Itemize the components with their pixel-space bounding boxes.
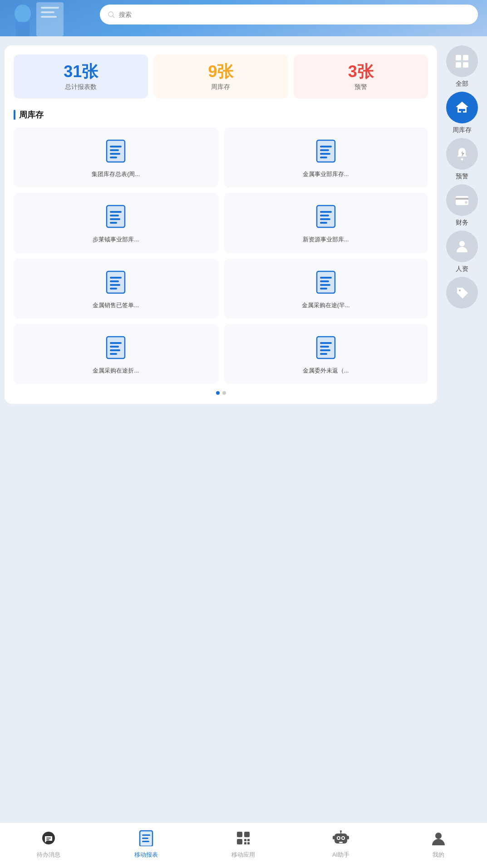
svg-rect-36 [110,284,120,286]
search-icon [107,10,115,19]
svg-rect-18 [320,153,330,155]
svg-rect-70 [46,839,49,840]
svg-rect-63 [456,196,468,205]
svg-rect-42 [320,284,330,286]
svg-rect-2 [41,11,54,13]
svg-rect-74 [142,838,148,839]
stat-number-weekly: 9张 [159,62,282,81]
svg-rect-58 [456,62,461,68]
bottom-nav: 待办消息 移动报表 移动应用 [0,823,487,868]
svg-rect-28 [320,211,332,213]
svg-rect-1 [41,7,59,9]
svg-rect-75 [142,841,149,842]
report-icon-6 [103,335,128,360]
svg-rect-64 [456,198,468,200]
svg-rect-13 [110,157,117,158]
report-card-7[interactable]: 金属委外未返（... [224,324,428,384]
svg-point-86 [338,837,339,839]
sidebar-icon-tag [446,277,478,309]
svg-rect-52 [320,342,332,344]
nav-item-apps[interactable]: 移动应用 [195,828,292,859]
stat-card-alert[interactable]: 3张 预警 [294,54,428,98]
report-icon-5 [313,270,339,295]
report-name-5: 金属采购在途(羋... [302,301,350,309]
report-card-2[interactable]: 步莱钺事业部库... [14,193,218,253]
sidebar-item-hr[interactable]: 人资 [446,230,478,273]
svg-rect-47 [110,346,119,348]
stat-number-total: 31张 [19,62,143,81]
svg-rect-76 [237,832,242,837]
svg-rect-17 [320,149,329,151]
report-icon-2 [103,204,128,229]
report-card-6[interactable]: 金属采购在途折... [14,324,218,384]
svg-point-65 [465,201,467,204]
svg-rect-40 [320,277,332,279]
report-icon-7 [313,335,339,360]
svg-rect-57 [463,55,468,60]
report-name-3: 新资源事业部库... [303,235,349,244]
svg-rect-12 [110,153,120,155]
nav-item-ai[interactable]: AI助手 [292,828,390,859]
svg-rect-22 [110,211,122,213]
page-dot-2[interactable] [222,391,226,395]
search-bar[interactable] [100,5,478,25]
sidebar-label-finance: 财务 [456,219,468,227]
ai-icon [331,828,351,848]
user-icon [428,828,448,848]
svg-rect-89 [333,836,335,839]
section-heading: 周库存 [14,109,428,120]
apps-icon [233,828,253,848]
pagination [14,391,428,395]
report-panel: 31张 总计报表数 9张 周库存 3张 预警 周库存 [5,45,437,404]
sidebar-item-all[interactable]: 全部 [446,45,478,88]
chat-icon [39,828,59,848]
svg-rect-46 [110,342,122,344]
nav-label-reports: 移动报表 [134,851,158,859]
nav-item-messages[interactable]: 待办消息 [0,828,98,859]
nav-item-profile[interactable]: 我的 [389,828,487,859]
report-card-1[interactable]: 金属事业部库存... [224,128,428,187]
sidebar-item-finance[interactable]: 财务 [446,184,478,227]
report-name-4: 金属销售已签单... [93,301,139,309]
report-card-4[interactable]: 金属销售已签单... [14,259,218,319]
svg-point-93 [435,833,442,839]
nav-label-apps: 移动应用 [231,851,255,859]
svg-point-67 [459,289,461,291]
nav-label-messages: 待办消息 [37,851,60,859]
right-sidebar: 全部 周库存 [442,45,482,404]
stat-label-total: 总计报表数 [19,83,143,91]
svg-rect-60 [459,109,461,111]
svg-line-7 [113,16,114,17]
svg-rect-35 [110,280,119,282]
main-content: 31张 总计报表数 9张 周库存 3张 预警 周库存 [0,36,487,413]
svg-rect-5 [16,22,30,36]
sidebar-icon-finance [446,184,478,216]
report-grid: 集团库存总表(周... 金属事业部库存... [14,128,428,384]
svg-rect-25 [110,222,117,224]
svg-rect-54 [320,349,330,351]
svg-point-92 [340,830,342,832]
stat-card-weekly[interactable]: 9张 周库存 [153,54,288,98]
svg-rect-56 [456,55,461,60]
report-name-7: 金属委外未返（... [303,367,349,375]
report-name-0: 集团库存总表(周... [92,170,140,178]
svg-rect-90 [347,836,349,839]
svg-rect-43 [320,288,327,289]
sidebar-item-tag[interactable] [446,277,478,311]
stat-label-weekly: 周库存 [159,83,282,91]
report-icon-4 [103,270,128,295]
sidebar-item-alert[interactable]: 预警 [446,138,478,181]
report-card-0[interactable]: 集团库存总表(周... [14,128,218,187]
sidebar-item-weekly[interactable]: 周库存 [446,92,478,134]
report-icon-1 [313,138,339,164]
svg-rect-23 [110,215,119,216]
search-input[interactable] [119,11,471,18]
report-card-5[interactable]: 金属采购在途(羋... [224,259,428,319]
report-card-3[interactable]: 新资源事业部库... [224,193,428,253]
svg-rect-10 [110,146,122,147]
stat-card-total[interactable]: 31张 总计报表数 [14,54,148,98]
svg-point-87 [342,837,344,839]
page-dot-1[interactable] [216,391,220,395]
svg-rect-24 [110,218,120,220]
nav-item-reports[interactable]: 移动报表 [98,828,195,859]
